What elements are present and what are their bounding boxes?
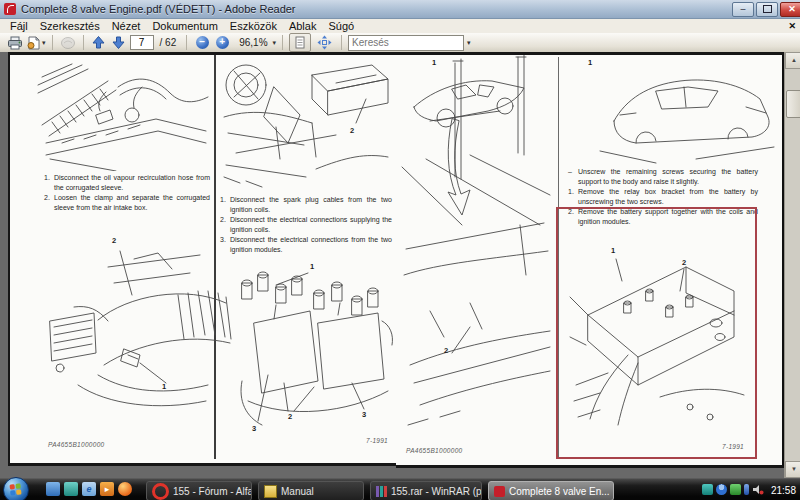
list-item: 2.Disconnect the electrical connections … [220, 215, 392, 235]
print-button[interactable] [6, 34, 24, 51]
figure-callout: 1 [162, 383, 166, 391]
document-close-icon[interactable]: ✕ [788, 21, 796, 31]
printer-icon [7, 36, 23, 50]
list-item: –Unscrew the remaining screws securing t… [568, 167, 758, 187]
figure-ignition-coils: 1 2 3 3 [218, 261, 396, 439]
menu-item-ablak[interactable]: Ablak [283, 19, 323, 33]
taskbar-clock[interactable]: 21:58 [771, 479, 796, 500]
list-item: 1.Remove the relay box bracket from the … [568, 187, 758, 207]
save-caret-icon: ▾ [42, 39, 46, 47]
search-options-caret-icon[interactable]: ▾ [467, 39, 471, 47]
instruction-list: 1.Disconnect the spark plug cables from … [220, 195, 392, 255]
task-buttons: 155 - Fórum - Alfa A... Manual 155.rar -… [146, 481, 614, 500]
taskbar-item-manual[interactable]: Manual [258, 481, 364, 500]
figure-engine-battery: 2 [216, 57, 394, 191]
internet-explorer-icon[interactable]: e [82, 482, 96, 496]
document-icon [264, 485, 277, 498]
scrollbar-thumb[interactable] [786, 90, 800, 118]
task-label: Complete 8 valve En... [509, 486, 610, 497]
figure-callout: 2 [682, 259, 686, 267]
list-item: 1.Disconnect the oil vapour recirculatio… [44, 173, 210, 193]
windows-logo-icon [9, 483, 21, 495]
zoom-out-button[interactable]: − [193, 34, 211, 51]
media-player-icon[interactable]: ▸ [100, 482, 114, 496]
previous-view-button [59, 34, 77, 51]
menu-item-eszkozok[interactable]: Eszközök [224, 19, 283, 33]
zoom-in-button[interactable]: + [213, 34, 231, 51]
messenger-icon[interactable] [716, 484, 727, 495]
page-scroll-icon [293, 36, 307, 49]
toolbar-separator [341, 35, 342, 50]
task-label: 155 - Fórum - Alfa A... [173, 486, 252, 497]
zoom-out-icon: − [196, 36, 209, 49]
taskbar-item-forum[interactable]: 155 - Fórum - Alfa A... [146, 481, 252, 500]
restore-icon [763, 5, 772, 13]
toolbar-separator [52, 35, 53, 50]
figure-callout: 2 [444, 347, 448, 355]
window-switcher-icon[interactable] [64, 482, 78, 496]
figure-callout: 1 [588, 59, 592, 67]
show-desktop-icon[interactable] [46, 482, 60, 496]
task-label: 155.rar - WinRAR (pr... [391, 486, 482, 497]
scroll-up-button[interactable]: ▲ [785, 52, 800, 69]
vertical-scrollbar[interactable]: ▲ ▼ [784, 52, 800, 478]
list-item: 2.Loosen the clamp and separate the corr… [44, 193, 210, 213]
save-copy-button[interactable]: ▾ [26, 34, 46, 51]
scroll-down-button[interactable]: ▼ [785, 461, 800, 478]
figure-callout: 1 [310, 263, 314, 271]
taskbar-item-pdf[interactable]: Complete 8 valve En... [488, 481, 614, 500]
search-input[interactable] [348, 35, 464, 51]
menu-item-fajl[interactable]: Fájl [4, 19, 34, 33]
taskbar-item-winrar[interactable]: 155.rar - WinRAR (pr... [370, 481, 482, 500]
figure-callout: 3 [362, 411, 366, 419]
pdf-icon [494, 486, 505, 497]
figure-callout: 1 [611, 247, 615, 255]
system-tray [702, 484, 764, 495]
zoom-level-value: 96,1% [239, 37, 267, 48]
page-number-input[interactable] [130, 35, 154, 50]
taskbar: e ▸ 155 - Fórum - Alfa A... Manual 155.r… [0, 478, 800, 500]
restore-button[interactable] [756, 2, 778, 17]
instruction-list: 1.Disconnect the oil vapour recirculatio… [44, 173, 210, 213]
figure-car-rear: 1 [596, 55, 778, 167]
menu-item-nezet[interactable]: Nézet [106, 19, 147, 33]
volume-icon[interactable] [752, 484, 764, 495]
page-code: PA4655B1000000 [406, 447, 463, 454]
zoom-in-icon: + [216, 36, 229, 49]
network-icon[interactable] [744, 484, 749, 495]
figure-air-intake-box: 2 1 [38, 225, 234, 443]
menu-bar: Fájl Szerkesztés Nézet Dokumentum Eszköz… [0, 19, 800, 34]
quick-launch-bar: e ▸ [46, 482, 132, 496]
menu-item-sugo[interactable]: Súgó [322, 19, 360, 33]
minimize-button[interactable]: – [732, 2, 754, 17]
figure-car-on-lift: 1 [400, 55, 558, 229]
menu-item-dokumentum[interactable]: Dokumentum [146, 19, 223, 33]
next-page-button[interactable] [110, 34, 128, 51]
instruction-list: –Unscrew the remaining screws securing t… [568, 167, 758, 227]
tray-app-icon[interactable] [702, 484, 713, 495]
fullscreen-button[interactable] [313, 33, 335, 52]
start-button[interactable] [3, 477, 29, 500]
toolbar-separator [186, 35, 187, 50]
zoom-caret-icon[interactable]: ▾ [273, 39, 277, 47]
title-bar: Complete 8 valve Engine.pdf (VÉDETT) - A… [0, 0, 800, 19]
menu-item-szerkesztes[interactable]: Szerkesztés [34, 19, 106, 33]
figure-callout: 2 [288, 413, 292, 421]
toolbar-separator [282, 35, 283, 50]
adobe-reader-icon [4, 3, 16, 15]
winrar-icon [376, 486, 387, 497]
page-code: PA4655B1000000 [48, 441, 105, 448]
list-item: 2.Remove the battery support together wi… [568, 207, 758, 227]
figure-callout: 2 [350, 127, 354, 135]
toolbar: ▾ / 62 − + 96,1% ▾ [0, 33, 800, 53]
scrolling-mode-button[interactable] [289, 33, 311, 52]
hand-tool-icon [60, 36, 76, 50]
document-viewport[interactable]: 1.Disconnect the oil vapour recirculatio… [0, 52, 800, 478]
firefox-icon[interactable] [118, 482, 132, 496]
close-button[interactable]: ✕ [780, 2, 800, 17]
tray-status-icon[interactable] [730, 484, 741, 495]
figure-callout: 3 [252, 425, 256, 433]
previous-page-button[interactable] [90, 34, 108, 51]
task-label: Manual [281, 486, 314, 497]
list-item: 3.Disconnect the electrical connections … [220, 235, 392, 255]
